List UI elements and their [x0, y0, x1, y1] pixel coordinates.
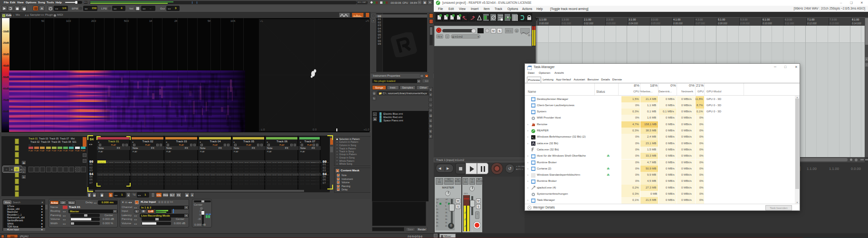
svg-text:>_: >_ [532, 136, 535, 139]
